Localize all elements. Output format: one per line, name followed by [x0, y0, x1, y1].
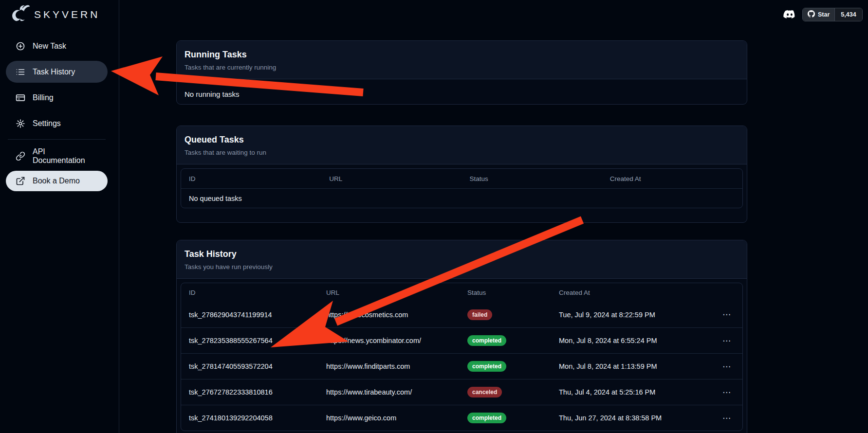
- queued-tasks-subtitle: Tasks that are waiting to run: [185, 149, 739, 156]
- task-url-cell: https://www.geico.com: [318, 414, 460, 422]
- queued-tasks-card: Queued Tasks Tasks that are waiting to r…: [176, 126, 747, 223]
- sidebar-item-label: New Task: [33, 42, 66, 51]
- column-header-url: URL: [318, 289, 460, 296]
- gear-icon: [16, 119, 25, 128]
- task-history-row[interactable]: tsk_274180139292204058 https://www.geico…: [181, 405, 742, 431]
- task-history-row[interactable]: tsk_278235388555267564 https://news.ycom…: [181, 327, 742, 353]
- status-badge: failed: [467, 309, 492, 320]
- github-star-count[interactable]: 5,434: [834, 8, 862, 21]
- task-created-cell: Thu, Jun 27, 2024 at 8:38:58 PM: [551, 414, 712, 422]
- sidebar-item-label: API Documentation: [33, 147, 98, 165]
- task-history-header: Task History Tasks you have run previous…: [177, 240, 747, 279]
- running-tasks-title: Running Tasks: [185, 50, 739, 60]
- task-history-title: Task History: [185, 249, 739, 259]
- task-id-cell: tsk_274180139292204058: [181, 414, 318, 422]
- plus-circle-icon: [16, 41, 25, 51]
- task-history-card: Task History Tasks you have run previous…: [176, 240, 747, 433]
- github-icon: [808, 10, 815, 19]
- sidebar: SKYVERN New Task Task History Billing Se…: [0, 0, 119, 433]
- status-badge: completed: [467, 413, 506, 423]
- sidebar-item-label: Book a Demo: [33, 177, 80, 185]
- sidebar-nav: New Task Task History Billing Settings: [6, 35, 108, 195]
- status-badge: canceled: [467, 387, 502, 397]
- sidebar-item-label: Billing: [33, 93, 54, 102]
- task-history-subtitle: Tasks you have run previously: [185, 263, 739, 271]
- queued-tasks-table-header: ID URL Status Created At: [181, 169, 742, 188]
- link-icon: [16, 151, 25, 161]
- sidebar-item-label: Task History: [33, 68, 75, 76]
- task-created-cell: Mon, Jul 8, 2024 at 1:13:59 PM: [551, 362, 712, 370]
- task-created-cell: Tue, Jul 9, 2024 at 8:22:59 PM: [551, 311, 712, 319]
- task-history-table: ID URL Status Created At tsk_27862904374…: [181, 283, 743, 431]
- task-id-cell: tsk_278235388555267564: [181, 337, 318, 344]
- sidebar-item-settings[interactable]: Settings: [6, 112, 108, 134]
- task-history-row[interactable]: tsk_278629043741199914 https://tartecosm…: [181, 302, 742, 327]
- queued-tasks-empty-state: No queued tasks: [181, 189, 742, 208]
- row-actions-button[interactable]: ⋯: [712, 309, 742, 320]
- running-tasks-header: Running Tasks Tasks that are currently r…: [177, 41, 747, 79]
- sidebar-item-new-task[interactable]: New Task: [6, 35, 108, 57]
- task-history-row[interactable]: tsk_276727822333810816 https://www.tirab…: [181, 379, 742, 405]
- brand-name: SKYVERN: [34, 9, 100, 20]
- row-actions-button[interactable]: ⋯: [712, 361, 742, 372]
- task-url-cell: https://news.ycombinator.com/: [318, 337, 460, 344]
- sidebar-item-billing[interactable]: Billing: [6, 87, 108, 108]
- sidebar-item-task-history[interactable]: Task History: [6, 61, 108, 83]
- status-badge: completed: [467, 361, 506, 372]
- row-actions-button[interactable]: ⋯: [712, 387, 742, 397]
- running-tasks-empty-state: No running tasks: [181, 83, 743, 105]
- column-header-url: URL: [321, 175, 462, 182]
- skyvern-logo: SKYVERN: [10, 3, 100, 26]
- topbar: Star 5,434 Sk: [119, 0, 868, 29]
- column-header-status: Status: [462, 175, 602, 182]
- task-url-cell: https://www.finditparts.com: [318, 362, 460, 370]
- queued-tasks-title: Queued Tasks: [185, 135, 739, 145]
- queued-tasks-table: ID URL Status Created At No queued tasks: [181, 168, 743, 208]
- task-url-cell: https://www.tirabeauty.com/: [318, 388, 460, 396]
- sidebar-item-book-a-demo[interactable]: Book a Demo: [6, 171, 108, 191]
- task-history-row[interactable]: tsk_278147405593572204 https://www.findi…: [181, 353, 742, 379]
- github-star-button[interactable]: Star: [803, 8, 834, 21]
- status-badge: completed: [467, 335, 506, 346]
- credit-card-icon: [16, 93, 25, 103]
- column-header-id: ID: [181, 289, 318, 296]
- row-actions-button[interactable]: ⋯: [712, 413, 742, 423]
- github-star-label: Star: [818, 11, 830, 18]
- task-history-table-header: ID URL Status Created At: [181, 283, 742, 302]
- task-url-cell: https://tartecosmetics.com: [318, 311, 460, 319]
- row-actions-button[interactable]: ⋯: [712, 336, 742, 346]
- sidebar-divider: [8, 139, 106, 140]
- queued-tasks-header: Queued Tasks Tasks that are waiting to r…: [177, 126, 747, 164]
- column-header-created-at: Created At: [602, 175, 742, 182]
- external-link-icon: [16, 176, 25, 186]
- list-icon: [16, 67, 25, 77]
- sidebar-item-label: Settings: [33, 119, 61, 128]
- task-created-cell: Thu, Jul 4, 2024 at 5:25:16 PM: [551, 388, 712, 396]
- task-history-rows: tsk_278629043741199914 https://tartecosm…: [181, 302, 742, 431]
- skyvern-dragon-icon: [10, 3, 30, 26]
- task-created-cell: Mon, Jul 8, 2024 at 6:55:24 PM: [551, 337, 712, 344]
- running-tasks-card: Running Tasks Tasks that are currently r…: [176, 40, 747, 105]
- column-header-status: Status: [460, 289, 551, 296]
- discord-icon[interactable]: [783, 8, 796, 21]
- task-id-cell: tsk_278147405593572204: [181, 362, 318, 370]
- column-header-id: ID: [181, 175, 321, 182]
- task-id-cell: tsk_276727822333810816: [181, 388, 318, 396]
- github-star-widget[interactable]: Star 5,434: [802, 8, 863, 21]
- sidebar-item-api-documentation[interactable]: API Documentation: [6, 145, 108, 167]
- column-header-created-at: Created At: [551, 289, 712, 296]
- running-tasks-subtitle: Tasks that are currently running: [185, 64, 739, 71]
- task-id-cell: tsk_278629043741199914: [181, 311, 318, 319]
